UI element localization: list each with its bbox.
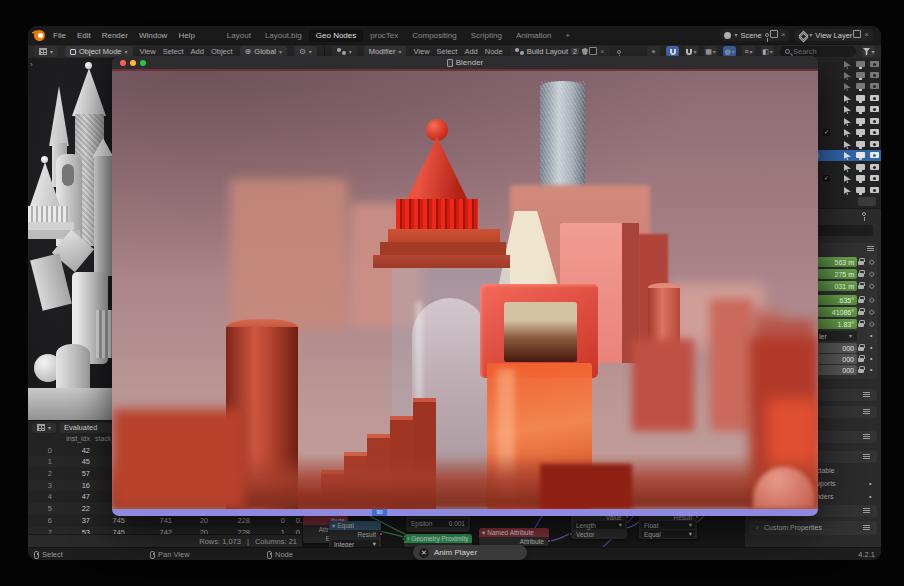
result-socket[interactable]	[379, 532, 383, 536]
users-count[interactable]: 2	[571, 48, 579, 55]
selectable-icon[interactable]	[844, 72, 851, 80]
tab-proctex[interactable]: procTex	[363, 29, 405, 42]
animate-dot[interactable]: •	[870, 366, 872, 374]
checkbox[interactable]: ✓	[823, 175, 830, 182]
lock-icon[interactable]	[858, 355, 864, 362]
animate-dot[interactable]: •	[870, 332, 872, 340]
disable-render-icon[interactable]	[870, 72, 879, 78]
disable-render-icon[interactable]	[870, 187, 879, 193]
animate-dot[interactable]: •	[870, 355, 872, 363]
operation-dropdown[interactable]: Equal▾	[641, 530, 695, 538]
hide-viewport-icon[interactable]	[856, 118, 865, 124]
menu-window[interactable]: Window	[139, 31, 167, 40]
disable-render-icon[interactable]	[870, 118, 879, 124]
attribute-socket[interactable]	[547, 539, 551, 543]
epsilon-field[interactable]: Epsilon0.001	[408, 519, 468, 527]
blender-logo-icon[interactable]	[34, 30, 45, 41]
keyframe-icon[interactable]: ◇	[869, 296, 874, 304]
unlink-icon[interactable]: ×	[600, 48, 605, 56]
close-icon[interactable]: ×	[781, 31, 786, 39]
add-menu[interactable]: Add	[191, 47, 204, 56]
new-node-tree-icon[interactable]	[591, 49, 597, 55]
render-window-titlebar[interactable]: Blender	[112, 56, 818, 69]
select-menu[interactable]: Select	[163, 47, 184, 56]
vector-socket[interactable]	[569, 532, 573, 536]
hide-viewport-icon[interactable]	[856, 152, 865, 158]
selectable-icon[interactable]	[844, 141, 851, 149]
selectable-icon[interactable]	[844, 61, 851, 69]
tab-layout[interactable]: Layout	[220, 29, 258, 42]
equal-node[interactable]: ▾Equal Result Integer▾	[329, 521, 381, 547]
viewport-3d[interactable]: ›	[28, 58, 112, 420]
node-node-menu[interactable]: Node	[485, 47, 503, 56]
selectable-icon[interactable]	[844, 152, 851, 160]
selectable-icon[interactable]	[844, 83, 851, 91]
vector-math-node[interactable]: Value Length▾ Vector	[571, 514, 627, 539]
geometry-socket[interactable]	[402, 537, 406, 541]
disable-render-icon[interactable]	[870, 61, 879, 67]
disable-render-icon[interactable]	[870, 164, 879, 170]
tab-geo-nodes[interactable]: Geo Nodes	[309, 29, 363, 42]
lock-icon[interactable]	[858, 270, 864, 277]
compare-node[interactable]: Result Float▾ Equal▾	[639, 514, 697, 539]
render-window[interactable]: Blender	[112, 56, 818, 516]
new-view-layer-icon[interactable]	[855, 32, 861, 38]
lock-icon[interactable]	[858, 296, 864, 303]
tab-scripting[interactable]: Scripting	[464, 29, 509, 42]
keyframe-icon[interactable]: ◇	[869, 270, 874, 278]
tab-animation[interactable]: Animation	[509, 29, 559, 42]
lock-icon[interactable]	[858, 308, 864, 315]
selectable-icon[interactable]	[844, 95, 851, 103]
keyframe-icon[interactable]: ◇	[869, 320, 874, 328]
pin-node-tree-icon[interactable]	[617, 50, 621, 54]
hide-viewport-icon[interactable]	[856, 106, 865, 112]
close-icon[interactable]: ✕	[419, 548, 429, 558]
timeline-strip[interactable]: 90	[112, 509, 818, 516]
compare-epsilon-node[interactable]: Epsilon0.001	[406, 514, 470, 532]
selectable-icon[interactable]	[844, 118, 851, 126]
table-row[interactable]: 637 745 741 20 228 0 0.	[28, 515, 302, 526]
scene-selector[interactable]: ▾ Scene ×	[720, 29, 789, 41]
tab-compositing[interactable]: Compositing	[405, 29, 463, 42]
keyframe-icon[interactable]: ◇	[869, 282, 874, 290]
named-attribute-node[interactable]: ▾Named Attribute Attribute	[479, 528, 549, 546]
type-dropdown[interactable]: Integer▾	[331, 540, 379, 547]
disable-render-icon[interactable]	[870, 129, 879, 135]
disable-render-icon[interactable]	[870, 83, 879, 89]
hide-viewport-icon[interactable]	[856, 175, 865, 181]
menu-edit[interactable]: Edit	[77, 31, 91, 40]
hide-viewport-icon[interactable]	[856, 83, 865, 89]
current-frame-indicator[interactable]: 90	[372, 509, 387, 516]
node-view-menu[interactable]: View	[413, 47, 429, 56]
hide-viewport-icon[interactable]	[856, 129, 865, 135]
hide-viewport-icon[interactable]	[856, 141, 865, 147]
menu-render[interactable]: Render	[102, 31, 128, 40]
view-layer-selector[interactable]: ▾ View Layer ×	[795, 29, 873, 41]
disable-render-icon[interactable]	[870, 141, 879, 147]
add-workspace-button[interactable]: +	[558, 29, 577, 42]
checkbox[interactable]: ✓	[823, 129, 830, 136]
menu-file[interactable]: File	[53, 31, 66, 40]
lock-icon[interactable]	[858, 258, 864, 265]
menu-help[interactable]: Help	[178, 31, 194, 40]
lock-icon[interactable]	[858, 366, 864, 373]
node-add-menu[interactable]: Add	[464, 47, 477, 56]
selectable-icon[interactable]	[844, 175, 851, 183]
search-input[interactable]	[793, 47, 851, 56]
disable-render-icon[interactable]	[870, 106, 879, 112]
lock-icon[interactable]	[858, 282, 864, 289]
anim-player-window[interactable]: ✕ Anim Player	[413, 545, 527, 560]
selectable-icon[interactable]	[844, 164, 851, 172]
hide-viewport-icon[interactable]	[856, 164, 865, 170]
column-inst-idx[interactable]: inst_idx	[66, 435, 90, 442]
object-menu[interactable]: Object	[211, 47, 233, 56]
hide-viewport-icon[interactable]	[856, 72, 865, 78]
selectable-icon[interactable]	[844, 129, 851, 137]
filter-dropdown[interactable]: ▾	[862, 46, 875, 57]
lock-icon[interactable]	[858, 320, 864, 327]
keyframe-icon[interactable]: ◇	[869, 308, 874, 316]
new-scene-icon[interactable]	[772, 32, 778, 38]
hide-viewport-icon[interactable]	[856, 61, 865, 67]
pin-id-icon[interactable]	[862, 212, 866, 216]
animate-dot[interactable]: •	[870, 344, 872, 352]
